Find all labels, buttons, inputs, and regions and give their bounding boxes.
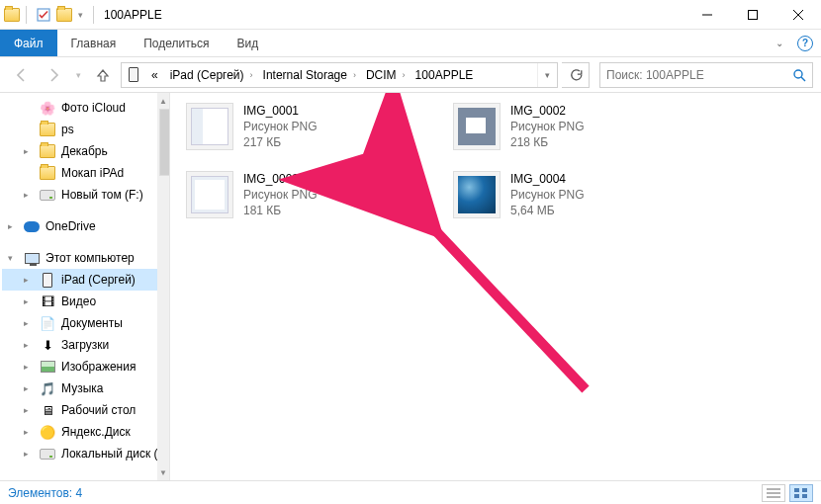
svg-rect-13	[794, 494, 799, 498]
tree-item[interactable]: ▾Этот компьютер	[2, 247, 169, 269]
tree-item-label: iPad (Сергей)	[61, 273, 136, 287]
file-item[interactable]: IMG_0003Рисунок PNG181 КБ	[186, 171, 423, 219]
svg-rect-14	[802, 494, 807, 498]
tree-item-label: Документы	[61, 316, 123, 330]
nav-back-button[interactable]	[8, 61, 36, 89]
search-input[interactable]	[600, 67, 786, 83]
scroll-up-icon[interactable]: ▲	[157, 93, 169, 109]
file-item[interactable]: IMG_0002Рисунок PNG218 КБ	[453, 103, 690, 151]
tree-item[interactable]: ▸OneDrive	[2, 215, 169, 237]
breadcrumb-3[interactable]: 100APPLE	[410, 63, 480, 87]
breadcrumb-root[interactable]: «	[145, 63, 164, 87]
device-icon	[122, 67, 145, 82]
file-name: IMG_0004	[510, 171, 585, 187]
music-icon: 🎵	[40, 380, 55, 396]
tree-item[interactable]: ▸🎞Видео	[2, 291, 169, 312]
address-bar[interactable]: « iPad (Сергей)› Internal Storage› DCIM›…	[121, 62, 558, 88]
tree-item-label: Декабрь	[61, 144, 108, 158]
view-large-icons-button[interactable]	[789, 484, 813, 502]
svg-rect-2	[749, 11, 758, 20]
tab-share[interactable]: Поделиться	[130, 30, 223, 56]
image-icon	[40, 359, 55, 375]
expander-icon[interactable]: ▸	[24, 405, 34, 415]
tree-item[interactable]: ▸Новый том (F:)	[2, 184, 169, 206]
help-icon[interactable]: ?	[797, 36, 813, 51]
tree-item[interactable]: 🌸Фото iCloud	[2, 97, 169, 119]
address-history-dropdown[interactable]: ▾	[537, 63, 557, 87]
body: 🌸Фото iCloudps▸ДекабрьМокап iPAd▸Новый т…	[0, 93, 821, 480]
tab-home[interactable]: Главная	[57, 30, 131, 56]
qat-properties-icon[interactable]	[33, 4, 54, 26]
titlebar: ▾ 100APPLE	[0, 0, 821, 30]
tree-item[interactable]: ▸⬇Загрузки	[2, 334, 169, 356]
expander-icon[interactable]: ▸	[24, 362, 34, 372]
expander-icon[interactable]: ▸	[24, 340, 34, 350]
expander-icon[interactable]: ▸	[24, 449, 34, 459]
ribbon-collapse-icon[interactable]: ⌄	[775, 38, 783, 48]
photos-icon: 🌸	[40, 100, 55, 116]
breadcrumb-0[interactable]: iPad (Сергей)›	[164, 63, 257, 87]
tree-item-label: Видео	[61, 294, 96, 308]
breadcrumb-1[interactable]: Internal Storage›	[257, 63, 360, 87]
svg-rect-11	[794, 488, 799, 492]
file-size: 218 КБ	[510, 134, 585, 150]
tab-file[interactable]: Файл	[0, 30, 57, 56]
tree-item-label: Локальный диск (	[61, 447, 158, 461]
expander-icon[interactable]: ▸	[24, 190, 34, 200]
video-icon: 🎞	[40, 294, 55, 309]
search-icon[interactable]	[786, 68, 812, 82]
maximize-button[interactable]	[730, 0, 775, 30]
file-type: Рисунок PNG	[510, 119, 585, 134]
tree-item[interactable]: ▸📄Документы	[2, 312, 169, 334]
svg-point-5	[794, 70, 802, 78]
nav-recent-dropdown[interactable]: ▾	[71, 61, 85, 89]
expander-icon[interactable]: ▸	[24, 296, 34, 306]
folder-icon-2	[56, 7, 72, 23]
expander-icon[interactable]: ▸	[24, 427, 34, 437]
tree-item[interactable]: ▸🟡Яндекс.Диск	[2, 421, 169, 443]
status-item-count: Элементов: 4	[8, 486, 82, 500]
content-pane[interactable]: IMG_0001Рисунок PNG217 КБIMG_0002Рисунок…	[170, 93, 821, 480]
tree-item[interactable]: ps	[2, 119, 169, 140]
file-size: 217 КБ	[243, 134, 318, 150]
nav-forward-button[interactable]	[40, 61, 67, 89]
breadcrumb-2[interactable]: DCIM›	[360, 63, 410, 87]
scroll-down-icon[interactable]: ▼	[157, 464, 169, 480]
expander-icon[interactable]: ▸	[24, 146, 34, 156]
nav-scrollbar[interactable]: ▲ ▼	[157, 93, 169, 480]
svg-line-7	[417, 211, 586, 389]
scroll-thumb[interactable]	[159, 109, 170, 176]
refresh-button[interactable]	[562, 62, 590, 88]
qat-separator-2	[93, 6, 94, 24]
tree-item[interactable]: ▸🎵Музыка	[2, 378, 169, 399]
status-bar: Элементов: 4	[0, 480, 821, 504]
tree-item-label: Рабочий стол	[61, 403, 136, 417]
file-type: Рисунок PNG	[243, 187, 318, 203]
svg-rect-12	[802, 488, 807, 492]
expander-icon[interactable]: ▸	[24, 275, 34, 285]
tree-item[interactable]: Мокап iPAd	[2, 162, 169, 184]
file-name: IMG_0001	[243, 103, 318, 119]
expander-icon[interactable]: ▸	[24, 383, 34, 393]
tree-item-label: OneDrive	[46, 219, 96, 233]
tree-item[interactable]: ▸iPad (Сергей)	[2, 269, 169, 291]
search-box[interactable]	[599, 62, 813, 88]
file-item[interactable]: IMG_0004Рисунок PNG5,64 МБ	[453, 171, 690, 219]
nav-up-button[interactable]	[89, 61, 117, 89]
view-details-button[interactable]	[762, 484, 785, 502]
expander-icon[interactable]: ▸	[24, 318, 34, 328]
tree-item[interactable]: ▸Изображения	[2, 356, 169, 378]
close-button[interactable]	[775, 0, 821, 30]
qat-dropdown-icon[interactable]: ▾	[74, 10, 87, 20]
tree-item[interactable]: ▸🖥Рабочий стол	[2, 399, 169, 421]
quick-access-toolbar: ▾	[0, 0, 98, 29]
file-item[interactable]: IMG_0001Рисунок PNG217 КБ	[186, 103, 423, 151]
file-name: IMG_0002	[510, 103, 585, 119]
expander-icon[interactable]: ▸	[8, 221, 18, 231]
window-title: 100APPLE	[98, 0, 162, 29]
tree-item[interactable]: ▸Локальный диск (	[2, 443, 169, 464]
tree-item[interactable]: ▸Декабрь	[2, 140, 169, 162]
expander-icon[interactable]: ▾	[8, 253, 18, 263]
tab-view[interactable]: Вид	[223, 30, 272, 56]
minimize-button[interactable]	[684, 0, 730, 30]
